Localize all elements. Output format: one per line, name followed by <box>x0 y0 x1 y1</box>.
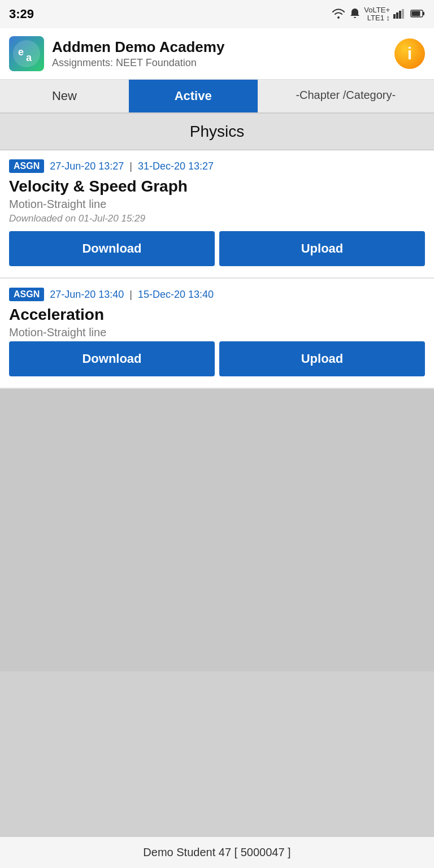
assignment-subtitle-1: Motion-Straight line <box>9 198 425 211</box>
info-icon[interactable]: i <box>394 38 425 69</box>
action-buttons-1: Download Upload <box>9 231 425 266</box>
wifi-icon <box>331 8 346 21</box>
status-icons: VoLTE+LTE1 ↕ <box>331 6 425 23</box>
upload-button-2[interactable]: Upload <box>219 341 425 376</box>
asgn-end-date-1: 31-Dec-20 13:27 <box>138 160 214 172</box>
asgn-start-date-2: 27-Jun-20 13:40 <box>50 289 124 301</box>
asgn-badge-2: ASGN <box>9 288 44 301</box>
tab-category[interactable]: -Chapter /Category- <box>258 80 434 112</box>
asgn-end-date-2: 15-Dec-20 13:40 <box>138 289 214 301</box>
status-bar: 3:29 VoLTE+LTE1 ↕ <box>0 0 434 28</box>
empty-area <box>0 389 434 671</box>
header-subtitle: Assignments: NEET Foundation <box>52 57 224 69</box>
assignment-title-1: Velocity & Speed Graph <box>9 177 425 196</box>
tab-active[interactable]: Active <box>129 80 258 112</box>
asgn-meta-1: ASGN 27-Jun-20 13:27 | 31-Dec-20 13:27 <box>9 159 425 173</box>
svg-text:e: e <box>18 46 24 58</box>
footer-text: Demo Student 47 [ 5000047 ] <box>143 846 290 858</box>
svg-rect-6 <box>412 11 420 16</box>
download-button-2[interactable]: Download <box>9 341 215 376</box>
assignment-title-2: Acceleration <box>9 306 425 324</box>
footer: Demo Student 47 [ 5000047 ] <box>0 836 434 868</box>
tab-new[interactable]: New <box>0 80 129 112</box>
svg-rect-1 <box>396 12 398 19</box>
assignment-subtitle-2: Motion-Straight line <box>9 326 425 339</box>
header-text-block: Addmen Demo Academy Assignments: NEET Fo… <box>52 38 224 69</box>
action-buttons-2: Download Upload <box>9 341 425 376</box>
battery-icon <box>410 9 425 20</box>
tab-bar: New Active -Chapter /Category- <box>0 80 434 114</box>
lte-label: VoLTE+LTE1 ↕ <box>364 6 390 23</box>
asgn-sep-1: | <box>129 160 132 172</box>
asgn-badge-1: ASGN <box>9 159 44 173</box>
download-button-1[interactable]: Download <box>9 231 215 266</box>
svg-rect-2 <box>399 11 401 19</box>
svg-rect-0 <box>393 14 396 19</box>
status-time: 3:29 <box>9 7 34 21</box>
assignment-card-2: ASGN 27-Jun-20 13:40 | 15-Dec-20 13:40 A… <box>0 279 434 389</box>
assignment-downloaded-1: Downloaded on 01-Jul-20 15:29 <box>9 213 425 224</box>
header-title: Addmen Demo Academy <box>52 38 224 56</box>
svg-rect-3 <box>402 9 404 19</box>
app-header: e a Addmen Demo Academy Assignments: NEE… <box>0 28 434 80</box>
asgn-meta-2: ASGN 27-Jun-20 13:40 | 15-Dec-20 13:40 <box>9 288 425 301</box>
header-left: e a Addmen Demo Academy Assignments: NEE… <box>9 36 224 71</box>
asgn-sep-2: | <box>129 289 132 301</box>
main-content: Physics ASGN 27-Jun-20 13:27 | 31-Dec-20… <box>0 114 434 705</box>
info-icon-label: i <box>407 44 412 63</box>
upload-button-1[interactable]: Upload <box>219 231 425 266</box>
asgn-start-date-1: 27-Jun-20 13:27 <box>50 160 124 172</box>
assignment-card-1: ASGN 27-Jun-20 13:27 | 31-Dec-20 13:27 V… <box>0 150 434 279</box>
svg-rect-5 <box>423 12 424 15</box>
app-logo: e a <box>9 36 44 71</box>
assignment-list: ASGN 27-Jun-20 13:27 | 31-Dec-20 13:27 V… <box>0 150 434 389</box>
signal-icon <box>393 8 407 20</box>
bell-icon <box>349 7 361 21</box>
section-header: Physics <box>0 114 434 150</box>
svg-text:a: a <box>26 52 32 63</box>
